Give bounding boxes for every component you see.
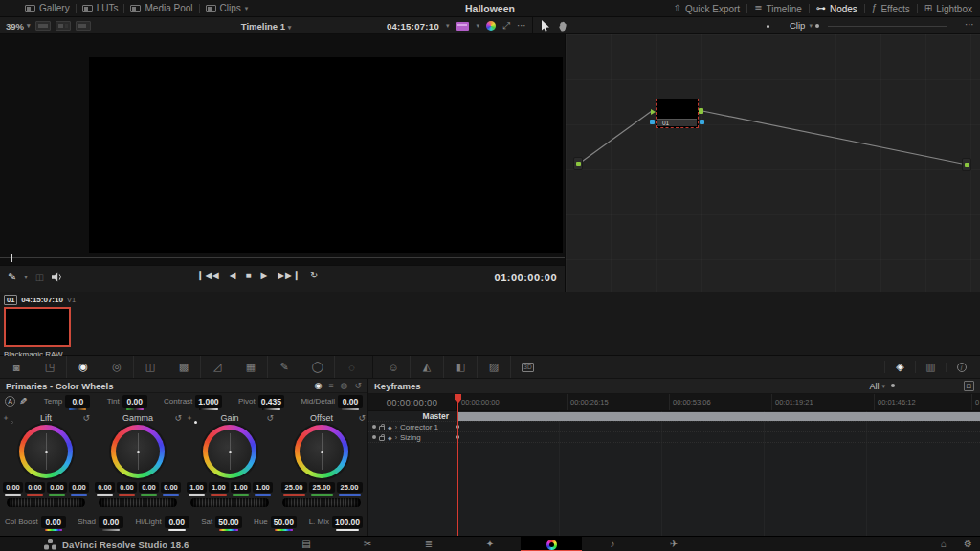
key-icon[interactable]: ◧ <box>444 356 478 378</box>
timeline-view-button[interactable]: ≣Timeline <box>754 4 802 14</box>
node-zoom-slider[interactable] <box>828 26 947 27</box>
wheels-view-icon[interactable]: ◉ <box>314 381 322 390</box>
lift-wheel[interactable] <box>19 425 73 478</box>
play-icon[interactable]: ▶ <box>261 270 269 280</box>
node-options-icon[interactable]: ⋯ <box>965 20 974 30</box>
gain-green-value[interactable]: 1.00 <box>231 482 251 493</box>
lift-master-dial[interactable] <box>7 498 85 507</box>
lift-red-value[interactable]: 0.00 <box>25 482 45 493</box>
chevron-right-icon[interactable]: › <box>395 434 397 441</box>
page-tab-cut[interactable]: ✂ <box>337 537 398 551</box>
node-zoom-handle[interactable] <box>815 24 819 28</box>
blur-icon[interactable]: ◌ <box>335 356 368 378</box>
white-balance-picker-icon[interactable]: ✎ <box>19 396 27 407</box>
gain-wheel[interactable] <box>203 425 256 478</box>
chevron-right-icon[interactable]: › <box>395 424 397 430</box>
warper-icon[interactable]: ▦ <box>234 356 268 378</box>
gain-crosshair-icon[interactable]: ＋ <box>186 412 197 423</box>
offset-green-value[interactable]: 25.00 <box>309 482 335 493</box>
gamma-master-dial[interactable] <box>99 498 177 507</box>
project-settings-icon[interactable]: ⚙ <box>964 540 972 549</box>
lift-crosshair-icon[interactable]: ＋ <box>2 412 13 423</box>
gain-reset-icon[interactable]: ↺ <box>262 413 274 423</box>
node-rgb-output-port[interactable] <box>699 108 703 114</box>
contrast-field[interactable]: 1.000 <box>195 395 221 408</box>
nodes-view-button[interactable]: ⊶Nodes <box>816 4 858 14</box>
offset-master-dial[interactable] <box>282 498 361 507</box>
lift-green-value[interactable]: 0.00 <box>47 482 67 493</box>
gain-red-value[interactable]: 1.00 <box>209 482 229 493</box>
rgb-mixer-icon[interactable]: ◫ <box>134 356 167 378</box>
page-tab-fairlight[interactable]: ♪ <box>582 537 643 551</box>
keyframes-playhead[interactable] <box>457 394 458 536</box>
lift-master-value[interactable]: 0.00 <box>3 482 23 493</box>
track-row-sizing[interactable]: ◆ › Sizing <box>368 432 980 443</box>
color-wheels-icon[interactable]: ◉ <box>67 356 100 378</box>
image-wipe-icon[interactable]: ◫ <box>35 273 44 282</box>
temp-field[interactable]: 0.0 <box>65 395 90 408</box>
audio-mute-icon[interactable] <box>52 272 64 282</box>
shad-field[interactable]: 0.00 <box>99 516 123 528</box>
camera-raw-icon[interactable]: ◙ <box>0 356 33 378</box>
gamma-master-value[interactable]: 0.00 <box>95 482 115 493</box>
gamma-reset-icon[interactable]: ↺ <box>170 413 182 423</box>
offset-blue-value[interactable]: 25.00 <box>337 482 363 493</box>
lock-icon[interactable] <box>379 426 385 430</box>
pointer-tool-icon[interactable] <box>541 20 550 32</box>
node-rgb-input-port[interactable] <box>651 109 656 115</box>
quick-export-button[interactable]: ⇧Quick Export <box>673 4 740 14</box>
node-key-input-port[interactable] <box>650 120 655 124</box>
keyframe-diamond-icon[interactable]: ◆ <box>388 424 392 430</box>
node-graph[interactable]: 01 <box>565 34 980 292</box>
viewer-scrub-bar[interactable] <box>0 257 565 263</box>
auto-balance-button[interactable]: A <box>5 396 15 407</box>
effects-button[interactable]: ƒEffects <box>872 4 910 14</box>
master-clip-bar[interactable] <box>457 412 980 421</box>
lift-blue-value[interactable]: 0.00 <box>69 482 89 493</box>
mid-detail-field[interactable]: 0.00 <box>338 395 363 408</box>
step-back-icon[interactable]: ◀ <box>229 270 236 280</box>
pivot-field[interactable]: 0.435 <box>258 395 284 408</box>
node-key-output-port[interactable] <box>700 120 704 124</box>
track-row-corrector-1[interactable]: ◆ › Corrector 1 <box>368 422 980 432</box>
clip-thumbnail[interactable] <box>4 307 71 347</box>
media-pool-button[interactable]: Media Pool <box>130 3 192 13</box>
primaries-reset-icon[interactable]: ↺ <box>354 381 362 390</box>
track-enable-dot[interactable] <box>372 435 376 439</box>
loop-icon[interactable]: ↻ <box>310 270 318 280</box>
clip-card[interactable]: 01 04:15:07:10 V1 Blackmagic RAW <box>4 294 80 359</box>
page-tab-color[interactable] <box>521 537 582 551</box>
tint-field[interactable]: 0.00 <box>122 395 147 408</box>
track-row-master[interactable]: Master <box>368 411 980 422</box>
stop-icon[interactable]: ■ <box>245 270 251 280</box>
clip-color-icon[interactable] <box>456 22 469 31</box>
keyframes-panel-icon[interactable]: ◈ <box>884 361 915 373</box>
3d-icon[interactable]: 3D <box>511 356 545 378</box>
stereo-icon[interactable]: ▨ <box>478 356 511 378</box>
chevron-down-icon[interactable]: ▾ <box>24 274 28 281</box>
col-boost-field[interactable]: 0.00 <box>41 516 66 528</box>
log-view-icon[interactable]: ◍ <box>341 381 348 390</box>
info-icon[interactable]: i <box>946 363 976 372</box>
hue-field[interactable]: 50.00 <box>271 516 297 528</box>
viewer-options-icon[interactable]: ⋯ <box>517 21 526 31</box>
tracker-icon[interactable]: ☺ <box>377 356 411 378</box>
offset-red-value[interactable]: 25.00 <box>281 482 307 493</box>
corrector-node[interactable]: 01 <box>656 99 699 128</box>
sizing-icon[interactable]: ◳ <box>33 356 67 378</box>
hi-light-field[interactable]: 0.00 <box>165 516 189 528</box>
offset-wheel[interactable] <box>295 425 348 478</box>
page-tab-fusion[interactable]: ✦ <box>459 537 521 551</box>
keyframes-zoom-slider[interactable] <box>891 386 958 386</box>
timecode-dropdown-icon[interactable]: ▾ <box>446 22 450 30</box>
chevron-down-icon[interactable]: ▾ <box>476 22 479 30</box>
output-node[interactable] <box>962 158 971 171</box>
hand-tool-icon[interactable] <box>558 21 568 32</box>
keyframes-filter-dropdown[interactable]: All▾ <box>869 382 885 391</box>
luts-button[interactable]: LUTs <box>82 3 119 13</box>
lock-icon[interactable] <box>379 436 385 441</box>
lift-reset-icon[interactable]: ↺ <box>78 413 90 423</box>
keyframes-expand-icon[interactable]: ⊡ <box>964 381 974 391</box>
motion-effects-icon[interactable]: ▩ <box>167 356 201 378</box>
scrub-playhead[interactable] <box>11 254 12 262</box>
